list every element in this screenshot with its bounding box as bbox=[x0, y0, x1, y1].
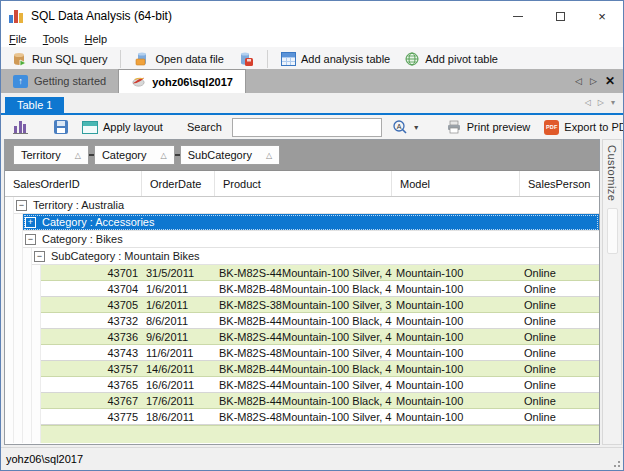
tab-getting-started[interactable]: ↑ Getting started bbox=[1, 69, 118, 93]
search-options-button[interactable]: A ▼ bbox=[388, 116, 424, 138]
maximize-button[interactable] bbox=[539, 1, 581, 31]
cell-orderdate: 18/6/2011 bbox=[142, 411, 215, 423]
cell-orderdate: 1/6/2011 bbox=[142, 283, 215, 295]
tab-scroll-left-icon[interactable]: ◁ bbox=[575, 76, 582, 86]
cell-product: BK-M82S-48Mountain-100 Silver, 48 bbox=[215, 347, 392, 359]
group-row-label: Territory : Australia bbox=[33, 199, 124, 211]
data-grid: Territory △ Category △ SubCategory △ Sal… bbox=[4, 139, 600, 445]
title-bar: SQL Data Analysis (64-bit) × bbox=[1, 1, 623, 31]
table-row[interactable]: 437041/6/2011BK-M82B-48Mountain-100 Blac… bbox=[5, 281, 599, 297]
group-pill-subcategory[interactable]: SubCategory △ bbox=[180, 145, 280, 165]
indent-guide bbox=[5, 281, 14, 297]
table-row[interactable]: 437051/6/2011BK-M82S-38Mountain-100 Silv… bbox=[5, 297, 599, 313]
menu-file[interactable]: File bbox=[9, 33, 27, 45]
tab-getting-started-label: Getting started bbox=[34, 75, 106, 87]
expand-icon[interactable]: + bbox=[25, 217, 36, 228]
cell-orderdate: 8/6/2011 bbox=[142, 315, 215, 327]
app-icon bbox=[9, 9, 25, 23]
cell-product: BK-M82S-44Mountain-100 Silver, 44 bbox=[215, 267, 392, 279]
group-row[interactable]: −SubCategory : Mountain Bikes bbox=[5, 248, 599, 265]
indent-guide bbox=[14, 313, 23, 329]
tab-close-icon[interactable]: ✕ bbox=[605, 74, 615, 88]
cell-salesperson: Online bbox=[520, 347, 599, 359]
resize-grip[interactable] bbox=[611, 458, 621, 468]
group-row-label: Category : Bikes bbox=[42, 233, 123, 245]
menu-help[interactable]: Help bbox=[84, 33, 107, 45]
minimize-button[interactable] bbox=[497, 1, 539, 31]
sort-asc-icon[interactable]: △ bbox=[75, 151, 81, 160]
cell-product: BK-M82S-48Mountain-100 Silver, 48 bbox=[215, 411, 392, 423]
cell-salesperson: Online bbox=[520, 395, 599, 407]
search-input[interactable] bbox=[232, 118, 382, 137]
tab-scroll-right-icon[interactable]: ▷ bbox=[590, 76, 597, 86]
add-pivot-table-button[interactable]: Add pivot table bbox=[400, 48, 502, 70]
table-tab-menu-icon[interactable]: ▾ bbox=[611, 98, 615, 107]
close-button[interactable]: × bbox=[581, 1, 623, 31]
run-sql-label: Run SQL query bbox=[32, 53, 107, 65]
table-row[interactable]: 437369/6/2011BK-M82S-44Mountain-100 Silv… bbox=[5, 329, 599, 345]
cell-model: Mountain-100 bbox=[392, 315, 520, 327]
app-window: SQL Data Analysis (64-bit) × File Tools … bbox=[0, 0, 624, 471]
table-row[interactable]: 4375714/6/2011BK-M82B-44Mountain-100 Bla… bbox=[5, 361, 599, 377]
group-pill-territory[interactable]: Territory △ bbox=[13, 145, 89, 165]
export-pdf-button[interactable]: PDF Export to PDF ▼ bbox=[540, 116, 624, 138]
table-row[interactable]: 4377518/6/2011BK-M82S-48Mountain-100 Sil… bbox=[5, 409, 599, 425]
open-data-file-button[interactable]: Open data file bbox=[130, 48, 228, 70]
cell-salesorderid: 43705 bbox=[41, 299, 142, 311]
sort-asc-icon[interactable]: △ bbox=[161, 151, 167, 160]
table-row[interactable]: 4376516/6/2011BK-M82S-44Mountain-100 Sil… bbox=[5, 377, 599, 393]
cell-salesorderid: 43775 bbox=[41, 411, 142, 423]
run-sql-query-button[interactable]: Run SQL query bbox=[7, 48, 111, 70]
grid-rows: −Territory : Australia+Category : Access… bbox=[5, 197, 599, 443]
cell-salesorderid: 43757 bbox=[41, 363, 142, 375]
indent-guide bbox=[23, 313, 32, 329]
tab-table1[interactable]: Table 1 bbox=[5, 97, 64, 113]
indent-guide bbox=[14, 297, 23, 313]
indent-guide bbox=[5, 197, 14, 214]
group-row[interactable]: −Territory : Australia bbox=[5, 197, 599, 214]
indent-guide bbox=[5, 425, 14, 443]
indent-guide bbox=[14, 425, 23, 443]
collapse-icon[interactable]: − bbox=[34, 251, 45, 262]
indent-guide bbox=[14, 377, 23, 393]
collapse-icon[interactable]: − bbox=[16, 200, 27, 211]
print-preview-button[interactable]: Print preview bbox=[442, 116, 535, 138]
save-layout-button[interactable] bbox=[50, 116, 72, 138]
scrollbar-thumb[interactable] bbox=[607, 208, 618, 254]
table-row[interactable]: 4370131/5/2011BK-M82S-44Mountain-100 Sil… bbox=[5, 265, 599, 281]
cell-model: Mountain-100 bbox=[392, 299, 520, 311]
column-header-product[interactable]: Product bbox=[215, 171, 392, 196]
add-analysis-table-label: Add analysis table bbox=[301, 53, 390, 65]
tab-table1-label: Table 1 bbox=[17, 99, 52, 111]
customize-panel-tab[interactable]: Customize bbox=[602, 139, 622, 445]
column-header-model[interactable]: Model bbox=[392, 171, 520, 196]
indent-guide bbox=[23, 248, 32, 265]
group-pill-category[interactable]: Category △ bbox=[94, 145, 175, 165]
table-row[interactable]: 437328/6/2011BK-M82B-44Mountain-100 Blac… bbox=[5, 313, 599, 329]
cell-salesperson: Online bbox=[520, 411, 599, 423]
grid-toolbar: Apply layout Search A ▼ Print preview PD… bbox=[1, 115, 623, 139]
cell-orderdate: 11/6/2011 bbox=[142, 347, 215, 359]
save-data-file-button[interactable] bbox=[234, 48, 258, 70]
printer-icon bbox=[446, 119, 462, 135]
table-row[interactable]: 4374311/6/2011BK-M82S-48Mountain-100 Sil… bbox=[5, 345, 599, 361]
cell-orderdate: 31/5/2011 bbox=[142, 267, 215, 279]
table-row[interactable]: 4376717/6/2011BK-M82B-44Mountain-100 Bla… bbox=[5, 393, 599, 409]
menu-tools[interactable]: Tools bbox=[43, 33, 69, 45]
cell-orderdate: 9/6/2011 bbox=[142, 331, 215, 343]
indent-guide bbox=[5, 248, 14, 265]
column-header-salesorderid[interactable]: SalesOrderID bbox=[5, 171, 142, 196]
apply-layout-button[interactable]: Apply layout bbox=[78, 116, 167, 138]
add-analysis-table-button[interactable]: Add analysis table bbox=[277, 48, 394, 70]
sort-asc-icon[interactable]: △ bbox=[266, 151, 272, 160]
run-sql-icon bbox=[11, 51, 27, 67]
group-row[interactable]: −Category : Bikes bbox=[5, 231, 599, 248]
tab-sql-connection[interactable]: yohz06\sql2017 bbox=[118, 69, 246, 93]
table-tab-scroll-right-icon[interactable]: ▷ bbox=[598, 98, 604, 107]
column-header-orderdate[interactable]: OrderDate bbox=[142, 171, 215, 196]
collapse-icon[interactable]: − bbox=[25, 234, 36, 245]
group-row[interactable]: +Category : Accessories bbox=[5, 214, 599, 231]
chart-button[interactable] bbox=[9, 116, 32, 138]
table-tab-scroll-left-icon[interactable]: ◁ bbox=[585, 98, 591, 107]
column-header-salesperson[interactable]: SalesPerson bbox=[520, 171, 599, 196]
